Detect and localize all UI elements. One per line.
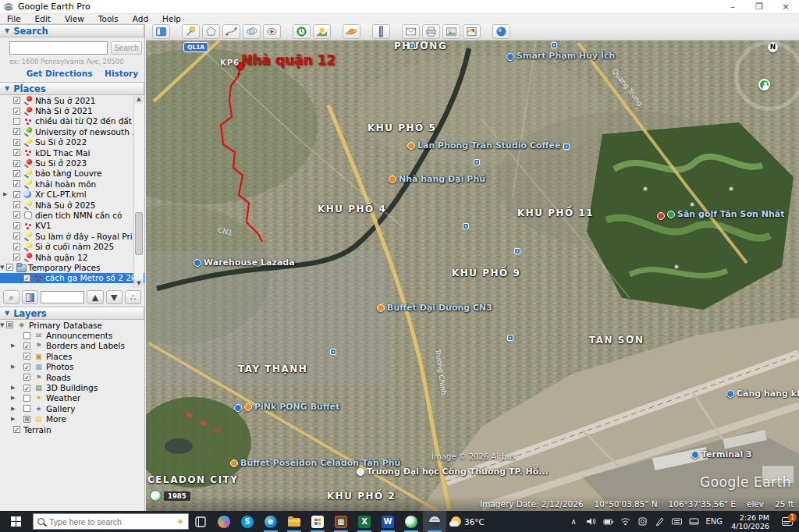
checkbox[interactable] — [13, 191, 20, 198]
poi-label[interactable]: Lan Phong Trần Studio Coffee — [417, 140, 560, 151]
place-item[interactable]: Su làm ở đây - Royal Prince ... — [0, 231, 144, 241]
checkbox[interactable] — [13, 180, 20, 187]
poi-label[interactable]: Trường Đại học Công Thương TP. Hồ... — [367, 466, 549, 477]
checkbox[interactable] — [23, 332, 30, 339]
places-search-button[interactable]: ⌕ — [3, 290, 20, 304]
checkbox[interactable] — [13, 201, 20, 208]
checkbox[interactable] — [23, 353, 30, 360]
move-up-button[interactable]: ▲ — [87, 290, 103, 304]
place-item[interactable]: Su Si ở 2022 — [0, 137, 144, 147]
opacity-button[interactable] — [22, 290, 38, 304]
place-item[interactable]: Nhà Su ở 2025 — [0, 200, 144, 210]
get-directions-link[interactable]: Get Directions — [27, 69, 93, 78]
checkbox[interactable] — [13, 426, 20, 433]
hidden-icons-chevron[interactable]: ∧ — [566, 511, 581, 532]
add-path-button[interactable] — [222, 24, 240, 39]
skype-button[interactable]: S — [236, 511, 259, 532]
close-button[interactable]: × — [772, 0, 799, 14]
file-explorer-button[interactable] — [282, 511, 306, 532]
place-item[interactable]: ▼Temporary Places — [0, 262, 144, 272]
layer-item[interactable]: ⚑Roads — [0, 372, 144, 382]
expander-icon[interactable]: ▶ — [11, 364, 18, 370]
move-down-button[interactable]: ▼ — [106, 290, 123, 304]
layer-item[interactable]: ▶★Gallery — [0, 403, 144, 413]
poi-label[interactable]: Sân golf Tân Sơn Nhất — [677, 209, 784, 219]
poi-label[interactable]: Buffet Đại Dương CN3 — [387, 303, 492, 313]
layer-item[interactable]: ▼❖Primary Database — [0, 320, 144, 330]
place-item[interactable]: University of newsouth wales — [0, 126, 144, 137]
coccoc-browser-button[interactable] — [400, 511, 423, 532]
poi-icon[interactable] — [389, 176, 396, 183]
golf-poi-icon[interactable] — [667, 211, 675, 218]
google-earth-taskbar-button[interactable] — [423, 511, 446, 532]
map-viewport[interactable]: N QL1A KP6 Nhà quận 12 PHƯƠNG KHU PHỐ 5 … — [146, 41, 799, 511]
add-placemark-button[interactable] — [182, 24, 200, 39]
checkbox[interactable] — [13, 222, 20, 229]
expander-icon[interactable]: ▶ — [11, 385, 18, 391]
checkbox[interactable] — [13, 139, 20, 146]
checkbox[interactable] — [6, 264, 13, 271]
checkbox[interactable] — [23, 385, 30, 392]
poi-icon[interactable] — [244, 403, 252, 411]
menu-tools[interactable]: Tools — [91, 14, 126, 23]
touch-keyboard-icon[interactable] — [669, 511, 684, 532]
places-scrollbar[interactable]: ▲ ▼ — [133, 95, 144, 288]
expander-icon[interactable]: ▶ — [11, 342, 18, 349]
checkbox[interactable] — [13, 170, 20, 177]
checkbox[interactable] — [13, 232, 20, 239]
scroll-down-arrow[interactable]: ▼ — [134, 279, 144, 288]
layer-item[interactable]: Terrain — [0, 424, 144, 434]
search-button[interactable]: Search — [111, 41, 142, 55]
checkbox[interactable] — [13, 254, 20, 261]
notification-center-button[interactable]: 1 — [776, 511, 799, 532]
pegman-icon[interactable] — [758, 79, 770, 90]
menu-help[interactable]: Help — [155, 14, 188, 23]
checkbox[interactable] — [13, 149, 20, 156]
word-button[interactable]: W — [376, 511, 400, 532]
layer-item[interactable]: ▣Places — [0, 351, 144, 361]
place-item[interactable]: Si ở cuối năm 2025 — [0, 241, 144, 251]
places-filter-input[interactable] — [41, 291, 84, 303]
volume-icon[interactable] — [583, 511, 598, 532]
touchpad-icon[interactable] — [686, 511, 701, 532]
add-image-overlay-button[interactable] — [243, 24, 261, 39]
poi-icon[interactable] — [357, 468, 364, 476]
pen-icon[interactable] — [652, 511, 667, 532]
poi-label[interactable]: Smart Phạm Huy Ích — [517, 51, 615, 61]
checkbox[interactable] — [23, 374, 30, 381]
poi-icon[interactable] — [657, 212, 665, 220]
layer-item[interactable]: ✉Announcements — [0, 330, 144, 340]
poi-icon[interactable] — [377, 304, 385, 312]
ruler-button[interactable] — [372, 24, 390, 39]
search-input[interactable] — [9, 41, 108, 55]
compass-north[interactable]: N — [768, 42, 778, 52]
clock[interactable]: 2:26 PM 4/10/2026 — [726, 513, 774, 530]
history-link[interactable]: History — [105, 69, 138, 78]
place-item[interactable]: Nhà quận 12 — [0, 252, 144, 262]
poi-label[interactable]: Warehouse Lazada — [204, 257, 295, 268]
expander-icon[interactable]: ▶ — [3, 191, 10, 197]
view-in-maps-button[interactable] — [463, 24, 481, 39]
layer-item[interactable]: ▶▦Photos — [0, 362, 144, 372]
poi-icon[interactable] — [726, 390, 734, 398]
layer-item[interactable]: ▶☀Weather — [0, 393, 144, 403]
layer-item[interactable]: ▶⚑Borders and Labels — [0, 341, 144, 351]
checkbox[interactable] — [13, 97, 20, 104]
checkbox[interactable] — [23, 364, 30, 371]
place-item[interactable]: Su Si ở 2023 — [0, 158, 144, 168]
checkbox[interactable] — [23, 275, 30, 282]
battery-icon[interactable] — [600, 511, 616, 532]
layer-item[interactable]: ▶▤More — [0, 414, 144, 424]
restore-button[interactable]: ❐ — [746, 0, 772, 14]
place-item[interactable]: dien tich NMN cần có — [0, 210, 144, 220]
menu-view[interactable]: View — [58, 14, 91, 23]
expander-icon[interactable]: ▶ — [11, 406, 18, 412]
print-button[interactable] — [422, 24, 440, 39]
checkbox[interactable] — [23, 416, 30, 423]
checkbox[interactable] — [13, 108, 20, 115]
copilot-button[interactable] — [212, 511, 236, 532]
place-item[interactable]: bảo tàng Louvre — [0, 168, 144, 179]
checkbox[interactable] — [13, 118, 20, 125]
excel-button[interactable]: X — [353, 511, 376, 532]
weather-widget[interactable]: 36°C — [446, 516, 489, 527]
